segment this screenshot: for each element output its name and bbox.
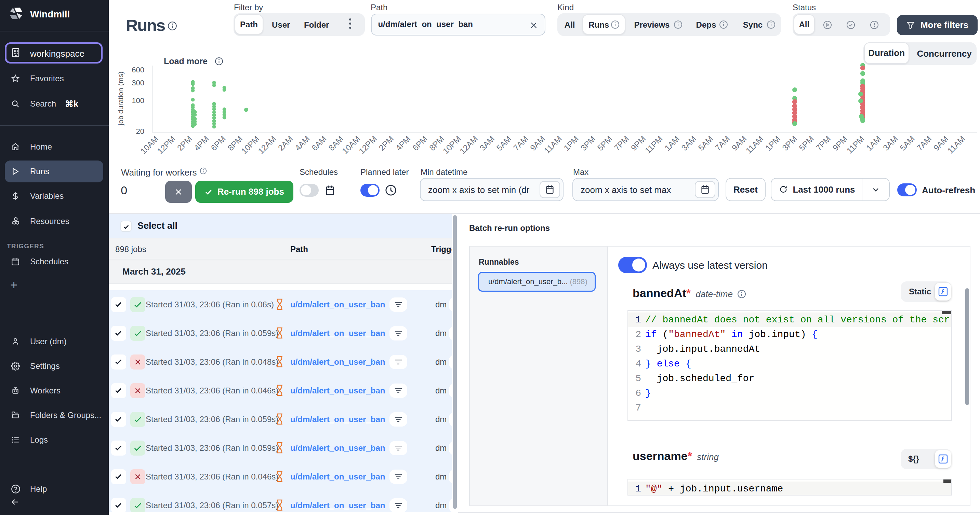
svg-text:7AM: 7AM bbox=[512, 134, 530, 152]
svg-text:20: 20 bbox=[136, 127, 144, 136]
svg-text:7AM: 7AM bbox=[713, 134, 732, 152]
svg-text:3AM: 3AM bbox=[679, 134, 698, 152]
svg-text:5PM: 5PM bbox=[797, 134, 816, 152]
svg-text:5AM: 5AM bbox=[898, 134, 916, 152]
svg-text:4PM: 4PM bbox=[394, 134, 412, 152]
svg-text:11AM: 11AM bbox=[542, 134, 563, 155]
svg-text:100: 100 bbox=[132, 96, 144, 105]
svg-text:6PM: 6PM bbox=[410, 134, 429, 152]
svg-text:11PM: 11PM bbox=[643, 134, 664, 155]
svg-text:600: 600 bbox=[132, 66, 144, 74]
svg-text:4AM: 4AM bbox=[293, 134, 312, 152]
svg-text:3PM: 3PM bbox=[780, 134, 799, 152]
svg-text:11PM: 11PM bbox=[845, 134, 866, 155]
svg-text:12PM: 12PM bbox=[357, 134, 379, 155]
svg-text:10AM: 10AM bbox=[138, 134, 160, 155]
svg-text:12AM: 12AM bbox=[256, 134, 278, 155]
svg-text:3AM: 3AM bbox=[478, 134, 496, 152]
svg-text:4PM: 4PM bbox=[192, 134, 211, 152]
svg-text:7PM: 7PM bbox=[814, 134, 832, 152]
svg-text:1PM: 1PM bbox=[562, 134, 580, 152]
svg-text:11AM: 11AM bbox=[945, 134, 967, 155]
svg-text:7AM: 7AM bbox=[915, 134, 933, 152]
svg-text:6PM: 6PM bbox=[209, 134, 228, 152]
svg-text:1AM: 1AM bbox=[864, 134, 883, 152]
svg-text:1PM: 1PM bbox=[764, 134, 782, 152]
svg-text:300: 300 bbox=[132, 79, 144, 87]
svg-text:11AM: 11AM bbox=[744, 134, 765, 155]
svg-text:2AM: 2AM bbox=[276, 134, 295, 152]
svg-text:3AM: 3AM bbox=[881, 134, 900, 152]
svg-text:10AM: 10AM bbox=[340, 134, 362, 155]
svg-text:job duration (ms): job duration (ms) bbox=[116, 71, 124, 126]
svg-text:6AM: 6AM bbox=[310, 134, 328, 152]
svg-text:12AM: 12AM bbox=[458, 134, 479, 155]
svg-text:2PM: 2PM bbox=[175, 134, 194, 152]
svg-text:2PM: 2PM bbox=[377, 134, 396, 152]
svg-text:5AM: 5AM bbox=[696, 134, 715, 152]
svg-text:10PM: 10PM bbox=[441, 134, 463, 155]
svg-text:10PM: 10PM bbox=[239, 134, 261, 155]
svg-text:3PM: 3PM bbox=[579, 134, 597, 152]
svg-text:5PM: 5PM bbox=[596, 134, 614, 152]
svg-text:12PM: 12PM bbox=[155, 134, 177, 155]
svg-text:7PM: 7PM bbox=[612, 134, 631, 152]
svg-text:5AM: 5AM bbox=[495, 134, 513, 152]
svg-text:1AM: 1AM bbox=[663, 134, 681, 152]
